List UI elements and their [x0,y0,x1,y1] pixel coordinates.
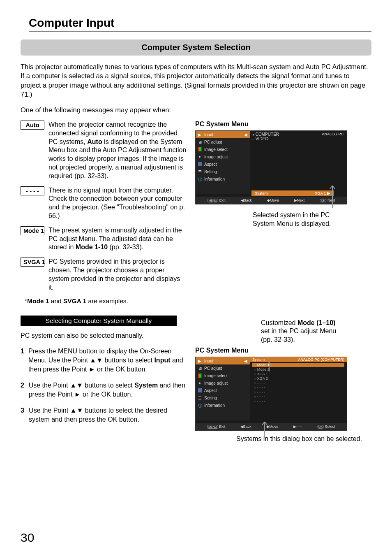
image-adjust-icon: ✦ [198,155,202,159]
step-text: Use the Point ▲▼ buttons to select the d… [29,406,187,424]
pointer-line-icon [264,360,277,372]
message-text: When the projector cannot recognize the … [48,121,187,181]
setting-icon: ☰ [198,396,202,400]
pointer-line-icon [259,422,275,442]
radio-empty-icon: ○ [254,372,256,376]
osd-sidebar-item: Aspect [196,387,250,394]
message-label: Mode 1 [21,226,44,235]
pc-icon: 🖥 [198,140,202,144]
message-row-svga1: SVGA 1 PC Systems provided in this proje… [21,258,187,292]
osd-head-right: ANALOG PC (COMPUTER) [298,357,344,362]
osd-btn: ▶----- [293,425,302,429]
osd-sidebar-item: ☰Setting [196,168,250,175]
message-row-dashes: - - - - There is no signal input from th… [21,186,187,220]
step-number: 2 [21,381,25,399]
message-text: The preset system is manually adjusted i… [48,226,187,252]
osd-sidebar-item: ▶Input◀ [196,131,250,138]
radio-empty-icon: ○ [254,395,256,399]
radio-empty-icon: ○ [254,368,256,371]
message-row-auto: Auto When the projector cannot recognize… [21,121,187,181]
cap-part: Customized [261,319,297,326]
triangle-left-icon: ◀ [244,359,247,363]
radio-empty-icon: ○ [254,390,256,394]
osd-sidebar-item: ⓘInformation [196,402,250,409]
osd-sidebar: ▶Input◀ 🖥PC adjust Image select ✦Image a… [196,357,250,420]
foot-part: are examples. [86,297,128,304]
osd-opt-label: - - - - [257,395,265,399]
osd-bottom-label: Exit [219,425,225,429]
step-number: 1 [21,347,24,374]
osd-label: Input [204,359,213,363]
osd-sidebar: ▶Input◀ 🖥PC adjust Image select ✦Image a… [196,131,250,194]
info-icon: ⓘ [198,403,202,407]
osd-label: Image select [204,374,228,378]
message-row-mode1: Mode 1 The preset system is manually adj… [21,226,187,252]
osd-mode-option: ○- - - - [252,399,344,403]
pointer-line-icon [327,186,351,214]
osd-label: Setting [204,396,217,400]
step-1: 1 Press the MENU button to display the O… [21,347,187,374]
msg-bold: Mode 1-10 [76,244,108,251]
menu-icon: MENU [208,199,219,202]
radio-empty-icon: ○ [254,386,256,390]
osd-sidebar-item: ✦Image adjust [196,153,250,160]
msg-bold: Auto [87,138,102,145]
osd-btn: MENU Exit [207,425,225,429]
osd-label: Setting [204,169,217,174]
page-title: Computer Input [29,16,371,32]
cap-bold: Mode (1–10) [297,319,335,326]
radio-empty-icon: ○ [252,137,254,141]
osd-btn: ▶Next [294,198,305,202]
osd-sidebar-item: Image select [196,146,250,153]
osd-opt: VIDEO [256,137,268,141]
step-part: Press the MENU button to display the On-… [28,348,172,364]
ok-icon: OK [320,199,326,202]
section-heading: Computer System Selection [21,39,371,56]
osd-opt-label: XGA 1 [257,372,268,376]
aspect-icon [198,388,202,392]
figure2-caption-bottom: Systems in this dialog box can be select… [236,435,371,443]
manual-intro: PC system can also be selected manually. [21,332,187,339]
osd-label: Input [204,132,213,137]
message-text: There is no signal input from the comput… [48,186,187,220]
osd-btn: OK Select [317,425,335,429]
setting-icon: ☰ [198,169,202,174]
radio-empty-icon: ○ [254,381,256,385]
step-bold: System [134,382,158,389]
osd-menu-1: ▶Input◀ 🖥PC adjust Image select ✦Image a… [195,130,347,204]
intro-text: This projector automatically tunes to va… [21,62,371,99]
radio-empty-icon: ○ [254,363,256,367]
step-text: Press the MENU button to display the On-… [28,347,187,374]
image-adjust-icon: ✦ [198,381,202,385]
figure2-title: PC System Menu [195,347,371,354]
osd-opt-label: - - - - [257,381,265,385]
image-select-icon [198,147,202,151]
osd-opt: COMPUTER [256,132,279,137]
osd-label: Image select [204,147,228,152]
osd-sidebar-item: ▶Input◀ [196,357,250,364]
osd-label: Image adjust [204,381,228,385]
osd-bottom-label: Exit [219,198,226,202]
subsection-heading: Selecting Computer System Manually [21,316,177,326]
step-part: Use the Point ▲▼ buttons to select the d… [29,407,167,423]
osd-mode-option: ○- - - - [252,381,344,385]
play-icon: ▶ [198,359,202,363]
step-number: 3 [21,406,25,424]
osd-label: Information [204,177,225,181]
osd-sidebar-item: 🖥PC adjust [196,138,250,146]
page-number: 30 [21,531,34,545]
osd-mode-option: ○- - - - [252,390,344,394]
message-label: Auto [21,121,44,130]
osd-sys-label: System [255,191,268,195]
osd-label: Aspect [204,388,217,393]
foot-part: and [49,297,63,304]
radio-empty-icon: ○ [254,399,256,403]
osd-btn: ◀Back [241,198,252,202]
osd-btn: ◀Back [240,425,251,429]
osd-sidebar-item: ☰Setting [196,394,250,402]
aspect-icon [198,162,202,166]
radio-filled-icon: ● [252,133,254,137]
message-label: - - - - [21,186,44,195]
ok-icon: OK [317,425,324,429]
osd-btn: MENU Exit [208,198,226,202]
